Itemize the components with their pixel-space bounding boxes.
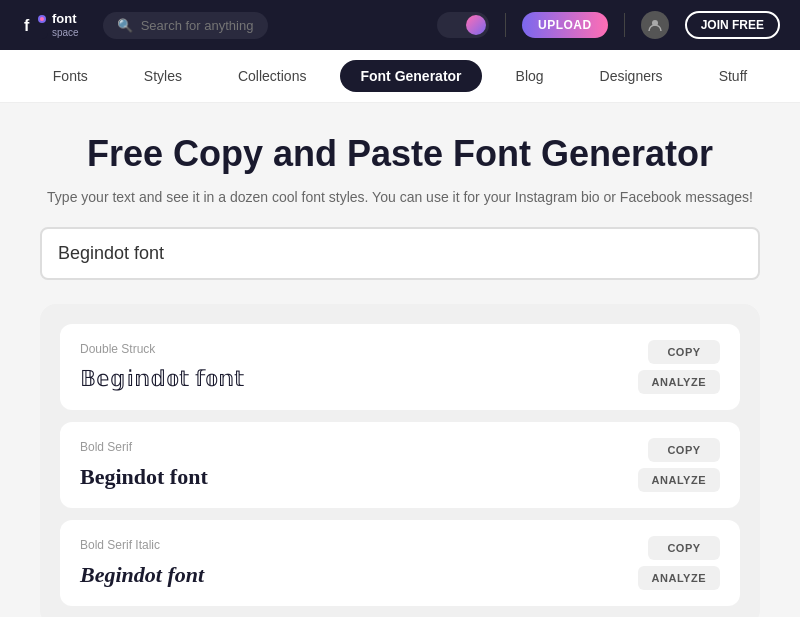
analyze-button-double[interactable]: ANALYZE	[638, 370, 720, 394]
copy-button-bold-italic[interactable]: COPY	[648, 536, 720, 560]
font-cards-container: Double Struck 𝔹𝕖𝕘𝕚𝕟𝕕𝕠𝕥 𝕗𝕠𝕟𝕥 COPY ANALYZE…	[40, 304, 760, 617]
divider-2	[624, 13, 625, 37]
font-preview-bold: Begindot font	[80, 464, 638, 490]
copy-button-double[interactable]: COPY	[648, 340, 720, 364]
dark-mode-toggle[interactable]	[437, 12, 489, 38]
font-card-actions-double: COPY ANALYZE	[638, 340, 720, 394]
nav-tabs: Fonts Styles Collections Font Generator …	[0, 50, 800, 103]
logo-space: space	[52, 27, 79, 38]
copy-button-bold[interactable]: COPY	[648, 438, 720, 462]
font-text-input[interactable]	[40, 227, 760, 280]
page-title: Free Copy and Paste Font Generator	[40, 133, 760, 175]
svg-point-3	[40, 17, 44, 21]
font-card-double-struck: Double Struck 𝔹𝕖𝕘𝕚𝕟𝕕𝕠𝕥 𝕗𝕠𝕟𝕥 COPY ANALYZE	[60, 324, 740, 410]
font-card-left-double: Double Struck 𝔹𝕖𝕘𝕚𝕟𝕕𝕠𝕥 𝕗𝕠𝕟𝕥	[80, 342, 638, 392]
svg-text:f: f	[24, 17, 30, 34]
analyze-button-bold-italic[interactable]: ANALYZE	[638, 566, 720, 590]
style-name-bold-italic: Bold Serif Italic	[80, 538, 638, 552]
page-description: Type your text and see it in a dozen coo…	[40, 189, 760, 205]
font-card-bold-serif-italic: Bold Serif Italic Begindot font COPY ANA…	[60, 520, 740, 606]
divider-1	[505, 13, 506, 37]
tab-designers[interactable]: Designers	[572, 50, 691, 102]
tab-stuff[interactable]: Stuff	[691, 50, 776, 102]
logo-icon: f	[20, 11, 48, 39]
font-preview-bold-italic: Begindot font	[80, 562, 638, 588]
avatar[interactable]	[641, 11, 669, 39]
search-bar[interactable]: 🔍	[103, 12, 268, 39]
font-preview-double: 𝔹𝕖𝕘𝕚𝕟𝕕𝕠𝕥 𝕗𝕠𝕟𝕥	[80, 366, 638, 392]
font-card-left-bold-italic: Bold Serif Italic Begindot font	[80, 538, 638, 588]
logo-font: font	[52, 12, 79, 26]
join-button[interactable]: JOIN FREE	[685, 11, 780, 39]
logo[interactable]: f font space	[20, 11, 79, 39]
navbar: f font space 🔍 UPLOAD JOIN FREE	[0, 0, 800, 50]
search-icon: 🔍	[117, 18, 133, 33]
main-content: Free Copy and Paste Font Generator Type …	[20, 103, 780, 617]
font-card-bold-serif: Bold Serif Begindot font COPY ANALYZE	[60, 422, 740, 508]
style-name-double: Double Struck	[80, 342, 638, 356]
font-card-actions-bold: COPY ANALYZE	[638, 438, 720, 492]
analyze-button-bold[interactable]: ANALYZE	[638, 468, 720, 492]
search-input[interactable]	[141, 18, 254, 33]
tab-fonts[interactable]: Fonts	[25, 50, 116, 102]
upload-button[interactable]: UPLOAD	[522, 12, 608, 38]
avatar-icon	[647, 17, 663, 33]
font-card-actions-bold-italic: COPY ANALYZE	[638, 536, 720, 590]
style-name-bold: Bold Serif	[80, 440, 638, 454]
toggle-knob	[466, 15, 486, 35]
tab-blog[interactable]: Blog	[488, 50, 572, 102]
logo-text-wrap: font space	[52, 12, 79, 37]
font-card-left-bold: Bold Serif Begindot font	[80, 440, 638, 490]
tab-font-generator[interactable]: Font Generator	[340, 60, 481, 92]
tab-collections[interactable]: Collections	[210, 50, 334, 102]
tab-styles[interactable]: Styles	[116, 50, 210, 102]
